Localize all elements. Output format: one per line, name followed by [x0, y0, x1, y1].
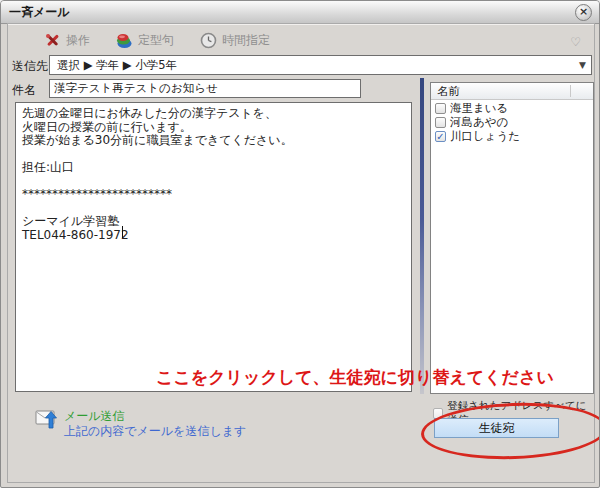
student-address-button[interactable]: 生徒宛 — [434, 418, 559, 438]
subject-label: 件名 — [12, 82, 36, 99]
bulk-mail-window: 一斉メール × 操作 — [0, 0, 600, 488]
toolbar-label-time-setting: 時間指定 — [222, 32, 270, 49]
recipient-row[interactable]: 河島あやの — [431, 115, 593, 129]
close-icon[interactable]: × — [575, 4, 592, 21]
collapse-ribbon-icon[interactable]: ♡ — [570, 35, 581, 49]
toolbar-item-template-phrase[interactable]: 定型句 — [116, 32, 174, 49]
panel-splitter[interactable] — [420, 78, 424, 394]
destination-combobox[interactable]: 選択 ▶ 学年 ▶ 小学5年 ▼ — [49, 55, 592, 75]
chevron-down-icon[interactable]: ▼ — [579, 57, 586, 74]
recipient-name: 川口しょうた — [450, 129, 520, 144]
toolbar-label-template-phrase: 定型句 — [138, 32, 174, 49]
recipient-list: 海里まいる河島あやの✓川口しょうた — [431, 101, 593, 143]
subject-input[interactable]: 漢字テスト再テストのお知らせ — [49, 79, 361, 98]
recipient-row[interactable]: ✓川口しょうた — [431, 129, 593, 143]
toolbar-label-operation: 操作 — [66, 32, 90, 49]
toolbar: 操作 定型句 — [8, 28, 594, 52]
template-phrase-icon — [116, 32, 133, 49]
recipient-name: 海里まいる — [450, 101, 508, 116]
recipient-checkbox[interactable] — [435, 103, 446, 114]
send-mail-description: 上記の内容でメールを送信します — [64, 423, 246, 440]
column-separator — [570, 85, 571, 97]
instruction-annotation: ここをクリックして、生徒宛に切り替えてください — [156, 366, 554, 389]
recipient-name: 河島あやの — [450, 115, 508, 130]
body-textarea[interactable]: 先週の金曜日にお休みした分の漢字テストを、 火曜日の授業の前に行います。 授業が… — [15, 102, 412, 392]
recipient-column-header[interactable]: 名前 — [431, 83, 593, 100]
to-label: 送信先 — [12, 58, 48, 75]
recipient-row[interactable]: 海里まいる — [431, 101, 593, 115]
toolbar-item-time-setting[interactable]: 時間指定 — [200, 32, 270, 49]
mail-send-icon[interactable] — [35, 408, 60, 430]
send-to-all-checkbox[interactable] — [433, 408, 443, 419]
recipient-header-label: 名前 — [437, 84, 460, 98]
title-bar: 一斉メール × — [1, 1, 599, 24]
recipient-panel: 名前 海里まいる河島あやの✓川口しょうた — [430, 82, 594, 394]
recipient-checkbox[interactable]: ✓ — [435, 131, 446, 142]
destination-value: 選択 ▶ 学年 ▶ 小学5年 — [57, 58, 177, 72]
toolbar-item-operation[interactable]: 操作 — [44, 32, 90, 49]
recipient-checkbox[interactable] — [435, 117, 446, 128]
window-title: 一斉メール — [9, 4, 70, 21]
tools-icon — [44, 32, 61, 49]
clock-icon — [200, 32, 217, 49]
text-cursor — [122, 226, 123, 238]
content-panel: 操作 定型句 — [7, 23, 595, 483]
